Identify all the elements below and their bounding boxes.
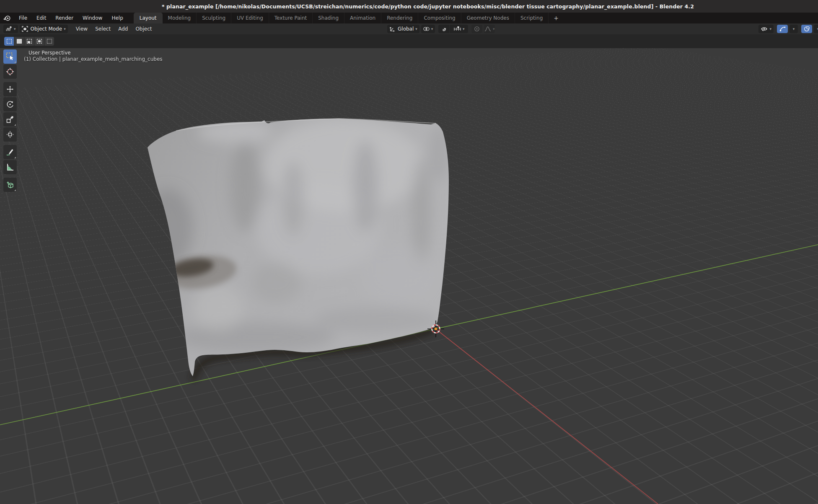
select-mode-subtract[interactable] (24, 37, 34, 46)
viewport-3d[interactable]: User Perspective (1) Collection | planar… (0, 48, 818, 504)
select-mode-group (4, 37, 54, 46)
add-cube-icon (6, 181, 14, 189)
mode-selector-label: Object Mode (31, 26, 62, 32)
chevron-down-icon: ▾ (463, 27, 465, 31)
editor-3d-viewport-icon (5, 26, 12, 32)
chevron-down-icon: ▾ (64, 27, 66, 31)
viewport-header: ▾ Object Mode ▾ View Select Add Object G… (0, 23, 818, 34)
rotate-icon (6, 100, 14, 109)
title-bar: * planar_example [/home/nikolas/Document… (0, 0, 818, 13)
transform-orientation-label: Global (398, 26, 414, 32)
eye-icon (761, 26, 768, 32)
orientation-axes-icon (389, 26, 395, 32)
tool-cursor[interactable] (3, 65, 17, 79)
header-middle-controls: Global ▾ ▾ (386, 25, 495, 33)
tool-annotate[interactable] (3, 145, 17, 159)
tool-select-box[interactable] (3, 49, 17, 64)
tool-add-cube[interactable] (3, 178, 17, 192)
magnet-icon (441, 26, 447, 32)
view-perspective-label: User Perspective (28, 50, 71, 56)
annotate-pencil-icon (6, 148, 14, 156)
move-icon (6, 85, 14, 93)
window-title: * planar_example [/home/nikolas/Document… (124, 3, 694, 10)
menu-object[interactable]: Object (132, 26, 155, 32)
menu-render[interactable]: Render (51, 13, 78, 23)
cursor-tool-icon (6, 67, 14, 76)
tab-modeling[interactable]: Modeling (163, 13, 197, 23)
menu-select[interactable]: Select (91, 26, 114, 32)
active-object-breadcrumb: (1) Collection | planar_example_mesh_mar… (24, 56, 163, 62)
header-right-controls: ▾ ▾ ▾ (757, 25, 818, 33)
tab-shading[interactable]: Shading (313, 13, 344, 23)
measure-icon (6, 163, 14, 171)
chevron-down-icon: ▾ (769, 27, 771, 31)
gizmo-icon (779, 26, 786, 32)
menu-view[interactable]: View (72, 26, 91, 32)
pivot-point-icon (423, 26, 430, 32)
menu-window[interactable]: Window (78, 13, 107, 23)
overlays-dropdown[interactable]: ▾ (814, 25, 818, 33)
proportional-editing-toggle[interactable] (471, 25, 482, 33)
tab-uv-editing[interactable]: UV Editing (231, 13, 269, 23)
tab-scripting[interactable]: Scripting (515, 13, 549, 23)
chevron-down-icon: ▾ (431, 27, 433, 31)
chevron-down-icon: ▾ (793, 27, 795, 31)
cursor-3d (426, 319, 446, 339)
menu-file[interactable]: File (14, 13, 32, 23)
tab-layout[interactable]: Layout (134, 13, 163, 23)
proportional-falloff-dropdown[interactable]: ▾ (484, 25, 495, 33)
falloff-curve-icon (484, 26, 491, 32)
tool-shelf (3, 49, 17, 193)
menu-add[interactable]: Add (114, 26, 132, 32)
scale-icon (6, 115, 14, 124)
add-workspace-button[interactable]: + (549, 13, 564, 23)
select-mode-intersect[interactable] (44, 37, 54, 46)
select-box-icon (6, 52, 14, 61)
mesh-object[interactable] (0, 48, 818, 504)
chevron-down-icon: ▾ (493, 27, 495, 31)
blender-window: * planar_example [/home/nikolas/Document… (0, 0, 818, 504)
snap-toggle[interactable] (438, 25, 449, 33)
tab-compositing[interactable]: Compositing (418, 13, 461, 23)
menu-help[interactable]: Help (107, 13, 127, 23)
show-gizmos-toggle[interactable] (777, 25, 788, 33)
top-bar: File Edit Render Window Help Layout Mode… (0, 13, 818, 23)
chevron-down-icon: ▾ (415, 27, 417, 31)
snap-increment-icon (453, 26, 461, 32)
select-mode-invert[interactable] (34, 37, 44, 46)
tool-transform[interactable] (3, 127, 17, 142)
tab-rendering[interactable]: Rendering (381, 13, 418, 23)
transform-orientation-dropdown[interactable]: Global ▾ (387, 25, 419, 33)
select-mode-extend[interactable] (14, 37, 24, 46)
show-overlays-toggle[interactable] (801, 25, 812, 33)
object-mode-icon (22, 26, 28, 32)
gizmos-dropdown[interactable]: ▾ (790, 25, 798, 33)
snap-settings-dropdown[interactable]: ▾ (450, 25, 468, 33)
tab-texture-paint[interactable]: Texture Paint (269, 13, 313, 23)
mode-selector[interactable]: Object Mode ▾ (20, 25, 68, 33)
tab-geometry-nodes[interactable]: Geometry Nodes (461, 13, 515, 23)
tab-sculpting[interactable]: Sculpting (197, 13, 231, 23)
tab-animation[interactable]: Animation (344, 13, 381, 23)
workspace-tabs: Layout Modeling Sculpting UV Editing Tex… (134, 13, 564, 23)
editor-type-button[interactable]: ▾ (3, 25, 18, 33)
tool-measure[interactable] (3, 160, 17, 174)
overlays-icon (804, 26, 810, 32)
transform-icon (6, 130, 14, 139)
tool-settings-bar (0, 34, 818, 48)
menu-edit[interactable]: Edit (32, 13, 51, 23)
proportional-circle-icon (474, 26, 480, 32)
tool-scale[interactable] (3, 112, 17, 127)
visibility-filter-dropdown[interactable]: ▾ (758, 25, 774, 33)
blender-logo-icon[interactable] (0, 13, 14, 23)
tool-rotate[interactable] (3, 97, 17, 111)
chevron-down-icon: ▾ (14, 27, 16, 31)
tool-move[interactable] (3, 82, 17, 96)
select-mode-set[interactable] (4, 37, 14, 46)
pivot-point-dropdown[interactable]: ▾ (421, 25, 435, 33)
